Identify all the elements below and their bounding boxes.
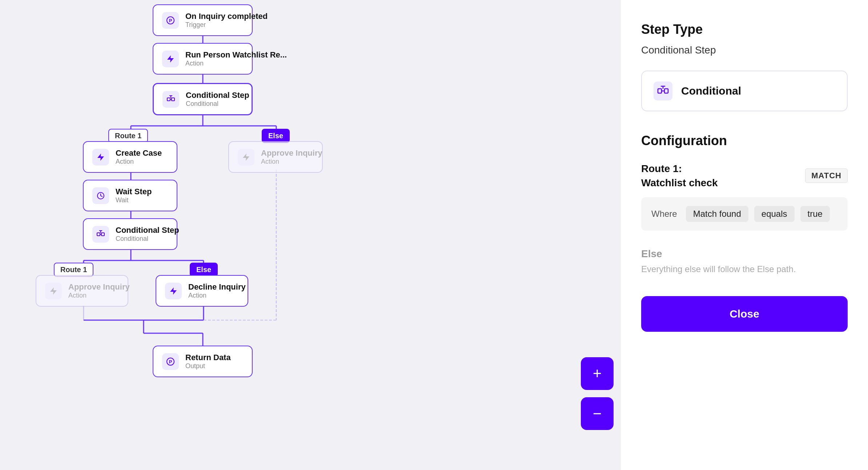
- svg-rect-31: [97, 233, 100, 236]
- create-case-icon: [92, 149, 109, 166]
- action1-node[interactable]: Run Person Watchlist Re... Action: [153, 43, 253, 75]
- create-case-text: Create Case Action: [116, 148, 162, 166]
- svg-rect-24: [172, 98, 174, 101]
- conditional1-subtitle: Conditional: [186, 100, 249, 108]
- create-case-title: Create Case: [116, 148, 162, 158]
- approve-bot-text: Approve Inquiry Action: [68, 282, 130, 299]
- conditional1-title: Conditional Step: [186, 91, 249, 100]
- approve-top-subtitle: Action: [261, 158, 322, 166]
- trigger-node[interactable]: P On Inquiry completed Trigger: [153, 4, 253, 36]
- svg-rect-23: [167, 98, 170, 101]
- match-badge: MATCH: [805, 168, 848, 183]
- step-type-heading: Step Type: [641, 22, 848, 37]
- true-pill: true: [800, 206, 830, 222]
- conditional1-text: Conditional Step Conditional: [186, 91, 249, 108]
- zoom-out-button[interactable]: −: [581, 397, 614, 430]
- wait-icon: [92, 187, 109, 204]
- conditional-type-card[interactable]: Conditional: [641, 71, 848, 111]
- route-title: Route 1: Watchlist check: [641, 162, 718, 190]
- action1-icon: [162, 51, 179, 67]
- decline-icon: [165, 283, 182, 299]
- create-case-subtitle: Action: [116, 158, 162, 166]
- step-type-value: Conditional Step: [641, 44, 848, 56]
- route-header: Route 1: Watchlist check MATCH: [641, 162, 848, 190]
- conditional2-icon: [92, 226, 109, 243]
- minus-icon: −: [593, 405, 602, 422]
- svg-rect-40: [658, 89, 662, 93]
- wait-subtitle: Wait: [116, 196, 152, 204]
- else-description: Everything else will follow the Else pat…: [641, 264, 848, 274]
- action1-title: Run Person Watchlist Re...: [185, 50, 287, 60]
- approve-bot-subtitle: Action: [68, 292, 130, 299]
- trigger-icon: P: [162, 12, 179, 29]
- conditional2-text: Conditional Step Conditional: [116, 226, 179, 243]
- conditional2-title: Conditional Step: [116, 226, 179, 235]
- decline-title: Decline Inquiry: [188, 282, 246, 292]
- decline-inquiry-node[interactable]: Decline Inquiry Action: [156, 275, 248, 307]
- wait-text: Wait Step Wait: [116, 187, 152, 204]
- approve-top-title: Approve Inquiry: [261, 148, 322, 158]
- close-button[interactable]: Close: [641, 296, 848, 332]
- route-line1: Route 1:: [641, 163, 682, 174]
- where-label: Where: [651, 209, 677, 219]
- else-heading: Else: [641, 248, 848, 260]
- action1-subtitle: Action: [185, 60, 287, 67]
- match-found-pill: Match found: [686, 206, 748, 222]
- trigger-text: On Inquiry completed Trigger: [185, 12, 268, 29]
- equals-pill: equals: [754, 206, 795, 222]
- decline-text: Decline Inquiry Action: [188, 282, 246, 299]
- conditional2-node[interactable]: Conditional Step Conditional: [83, 218, 177, 250]
- approve-top-icon: [238, 149, 254, 166]
- route-line2: Watchlist check: [641, 177, 718, 188]
- wait-title: Wait Step: [116, 187, 152, 196]
- trigger-subtitle: Trigger: [185, 21, 268, 29]
- svg-marker-22: [167, 55, 174, 63]
- svg-marker-36: [50, 287, 57, 295]
- create-case-node[interactable]: Create Case Action: [83, 141, 177, 173]
- right-panel: Step Type Conditional Step Conditional C…: [621, 0, 868, 470]
- return-text: Return Data Output: [185, 353, 231, 370]
- svg-marker-37: [170, 287, 177, 295]
- wait-step-node[interactable]: Wait Step Wait: [83, 180, 177, 211]
- conditional1-icon: [162, 91, 179, 108]
- approve-top-text: Approve Inquiry Action: [261, 148, 322, 166]
- svg-rect-41: [664, 89, 668, 93]
- conditional-card-label: Conditional: [681, 85, 741, 97]
- trigger-title: On Inquiry completed: [185, 12, 268, 21]
- conditional1-node[interactable]: Conditional Step Conditional: [153, 83, 253, 115]
- svg-text:P: P: [169, 359, 172, 365]
- zoom-in-button[interactable]: +: [581, 357, 614, 390]
- conditional-card-icon: [654, 81, 672, 100]
- return-subtitle: Output: [185, 362, 231, 370]
- conditional2-subtitle: Conditional: [116, 235, 179, 243]
- plus-icon: +: [593, 365, 602, 382]
- action1-text: Run Person Watchlist Re... Action: [185, 50, 287, 67]
- return-title: Return Data: [185, 353, 231, 362]
- svg-marker-28: [97, 154, 104, 161]
- approve-inquiry-bot-node[interactable]: Approve Inquiry Action: [36, 275, 128, 307]
- decline-subtitle: Action: [188, 292, 246, 299]
- config-heading: Configuration: [641, 133, 848, 148]
- approve-bot-title: Approve Inquiry: [68, 282, 130, 292]
- svg-marker-29: [243, 154, 249, 161]
- where-row: Where Match found equals true: [641, 197, 848, 231]
- svg-rect-32: [101, 233, 104, 236]
- return-icon: P: [162, 353, 179, 370]
- svg-text:P: P: [169, 18, 172, 23]
- flow-canvas: P On Inquiry completed Trigger Run Perso…: [0, 0, 621, 470]
- approve-inquiry-top-node[interactable]: Approve Inquiry Action: [228, 141, 323, 173]
- approve-bot-icon: [45, 283, 62, 299]
- return-data-node[interactable]: P Return Data Output: [153, 346, 253, 377]
